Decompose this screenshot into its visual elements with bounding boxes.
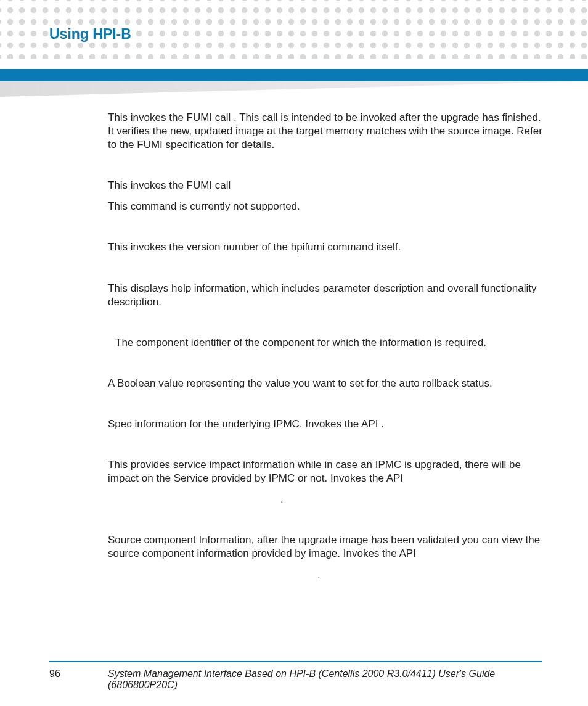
- paragraph-4: This invokes the version number of the h…: [108, 240, 545, 254]
- header-shadow: [0, 81, 588, 97]
- body-content: This invokes the FUMI call . This call i…: [108, 111, 545, 598]
- paragraph-2: This invokes the FUMI call: [108, 179, 545, 192]
- footer-text: System Management Interface Based on HPI…: [108, 668, 545, 691]
- paragraph-3: This command is currently not supported.: [108, 200, 545, 213]
- paragraph-1: This invokes the FUMI call . This call i…: [108, 111, 545, 152]
- paragraph-8: Spec information for the underlying IPMC…: [108, 417, 545, 431]
- page-number: 96: [49, 668, 60, 679]
- paragraph-10a: Source component Information, after the …: [108, 533, 545, 560]
- header-blue-bar: [0, 69, 588, 81]
- page: Using HPI-B This invokes the FUMI call .…: [0, 0, 588, 706]
- paragraph-6: The component identifier of the componen…: [108, 336, 545, 350]
- paragraph-9a: This provides service impact information…: [108, 458, 545, 485]
- paragraph-9b: .: [108, 493, 545, 506]
- page-title: Using HPI-B: [49, 26, 135, 43]
- paragraph-7: A Boolean value representing the value y…: [108, 377, 545, 390]
- paragraph-5: This displays help information, which in…: [108, 282, 545, 309]
- footer-rule: [49, 661, 542, 662]
- paragraph-10b: .: [108, 568, 545, 582]
